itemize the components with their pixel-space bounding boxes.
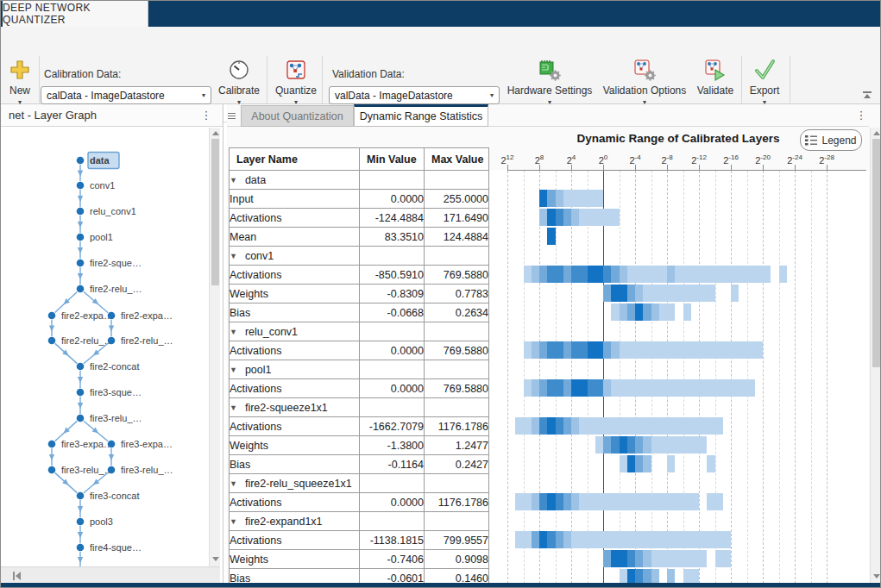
- app-ribbon-tab[interactable]: DEEP NETWORK QUANTIZER: [3, 1, 148, 27]
- graph-node-label: data: [90, 155, 110, 166]
- status-bar: [1, 583, 881, 588]
- table-row[interactable]: Activations-1662.70791176.1786: [230, 417, 489, 436]
- layer-name-cell: Mean: [230, 228, 360, 247]
- table-group-row[interactable]: ▼conv1: [230, 247, 489, 266]
- table-cell: -1662.7079: [360, 417, 425, 436]
- table-row[interactable]: Activations0.00001176.1786: [230, 493, 489, 512]
- legend-button[interactable]: Legend: [800, 129, 862, 151]
- table-row[interactable]: Mean83.3510124.4884: [230, 228, 489, 247]
- new-button[interactable]: New ▾: [3, 58, 37, 106]
- layer-name-cell: Activations: [230, 266, 360, 285]
- select-caret-icon: ▾: [490, 91, 494, 99]
- table-cell: -1.3800: [360, 436, 425, 455]
- table-group-row[interactable]: ▼fire2-expand1x1: [230, 512, 489, 531]
- layer-name-cell: ▼data: [230, 171, 360, 190]
- table-cell: [360, 322, 425, 341]
- layer-graph-panel: net - Layer Graph ⋮ dataconv1relu_conv1p…: [1, 104, 223, 584]
- table-cell: [425, 247, 489, 266]
- table-cell: [425, 474, 489, 493]
- hardware-chip-gear-icon: [538, 58, 562, 82]
- chart-vertical-scrollbar[interactable]: [870, 128, 881, 584]
- table-row[interactable]: Input0.0000255.0000: [230, 190, 489, 209]
- col-header-min-value[interactable]: Min Value: [360, 148, 425, 171]
- group-collapse-icon[interactable]: ▼: [230, 479, 237, 488]
- layer-name-cell: ▼fire2-expand1x1: [230, 512, 360, 531]
- graph-node-label: fire2-relu_…: [90, 284, 142, 294]
- table-group-row[interactable]: ▼data: [230, 171, 489, 190]
- ribbon-toolbar: New ▾ Calibration Data: calData - ImageD…: [1, 27, 881, 104]
- validation-options-gear-icon: [632, 58, 657, 82]
- table-row[interactable]: Activations-124.4884171.6490: [230, 209, 489, 228]
- deep-network-quantizer-window: DEEP NETWORK QUANTIZER New ▾ Calibration…: [0, 0, 881, 588]
- table-cell: [425, 398, 489, 417]
- calibration-data-select[interactable]: calData - ImageDatastore ▾: [41, 86, 211, 104]
- panel-menu-icon[interactable]: ⋮: [200, 109, 212, 121]
- table-group-row[interactable]: ▼pool1: [230, 360, 489, 379]
- document-menu-icon[interactable]: ⋮: [855, 109, 867, 121]
- layer-name-cell: ▼relu_conv1: [230, 322, 360, 341]
- validation-data-label: Validation Data:: [332, 68, 405, 80]
- graph-node-label: fire2-relu_…: [121, 335, 173, 346]
- group-collapse-icon[interactable]: ▼: [230, 252, 237, 260]
- table-group-row[interactable]: ▼relu_conv1: [230, 322, 489, 341]
- layer-name-cell: Weights: [230, 436, 360, 455]
- table-cell: [425, 360, 489, 379]
- table-cell: [360, 247, 425, 266]
- select-caret-icon: ▾: [202, 91, 205, 99]
- document-list-icon[interactable]: [228, 111, 236, 121]
- collapse-ribbon-button[interactable]: [862, 91, 872, 99]
- layer-name-cell: Activations: [230, 209, 360, 228]
- hardware-settings-button[interactable]: Hardware Settings ▾: [507, 58, 593, 106]
- group-collapse-icon[interactable]: ▼: [230, 328, 237, 336]
- table-cell: 769.5880: [425, 266, 489, 285]
- graph-node-label: fire2-sque…: [90, 258, 142, 268]
- col-header-layer-name[interactable]: Layer Name: [230, 148, 360, 171]
- table-cell: [425, 171, 489, 190]
- table-cell: [425, 322, 489, 341]
- table-cell: 0.9098: [425, 550, 489, 569]
- graph-node-label: fire2-concat: [90, 361, 139, 372]
- layer-name-cell: Activations: [230, 379, 360, 398]
- group-collapse-icon[interactable]: ▼: [230, 176, 237, 185]
- graph-node-label: fire2-expa…: [61, 310, 113, 321]
- layer-name-cell: Activations: [230, 417, 360, 436]
- table-group-row[interactable]: ▼fire2-relu_squeeze1x1: [230, 474, 489, 493]
- validate-button[interactable]: Validate: [691, 58, 739, 97]
- table-cell: [360, 171, 425, 190]
- table-row[interactable]: Bias-0.06680.2634: [230, 303, 489, 322]
- layer-name-cell: ▼conv1: [230, 247, 360, 266]
- table-row[interactable]: Activations0.0000769.5880: [230, 341, 489, 360]
- tab-dynamic-range-statistics[interactable]: Dynamic Range Statistics: [354, 104, 488, 127]
- table-cell: 799.9557: [425, 531, 489, 550]
- group-collapse-icon[interactable]: ▼: [230, 403, 237, 412]
- table-cell: 0.0000: [360, 493, 425, 512]
- layer-name-cell: Bias: [230, 455, 360, 474]
- table-cell: 171.6490: [425, 209, 489, 228]
- quantize-button[interactable]: Quantize ▾: [268, 58, 324, 106]
- layer-graph-vertical-scrollbar[interactable]: [209, 128, 220, 566]
- table-row[interactable]: Activations-1138.1815799.9557: [230, 531, 489, 550]
- export-button[interactable]: Export ▾: [741, 58, 788, 106]
- layer-name-cell: ▼fire2-relu_squeeze1x1: [230, 474, 360, 493]
- layer-graph-canvas[interactable]: dataconv1relu_conv1pool1fire2-sque…fire2…: [1, 127, 208, 566]
- table-row[interactable]: Weights-0.74060.9098: [230, 550, 489, 569]
- tab-about-quantization[interactable]: About Quantization: [241, 105, 354, 127]
- table-row[interactable]: Weights-1.38001.2477: [230, 436, 489, 455]
- table-row[interactable]: Bias-0.11640.2427: [230, 455, 489, 474]
- table-cell: 124.4884: [425, 228, 489, 247]
- table-group-row[interactable]: ▼fire2-squeeze1x1: [230, 398, 489, 417]
- skip-to-start-icon[interactable]: [13, 572, 22, 580]
- group-collapse-icon[interactable]: ▼: [230, 366, 237, 374]
- table-row[interactable]: Activations0.0000769.5880: [230, 379, 489, 398]
- layer-name-cell: Weights: [230, 550, 360, 569]
- validation-options-button[interactable]: Validation Options ▾: [600, 58, 689, 106]
- quantize-network-icon: [285, 58, 307, 82]
- table-row[interactable]: Activations-850.5910769.5880: [230, 266, 489, 285]
- table-cell: 0.7783: [425, 285, 489, 303]
- group-collapse-icon[interactable]: ▼: [230, 517, 237, 526]
- validation-data-select[interactable]: valData - ImageDatastore ▾: [329, 86, 500, 104]
- table-row[interactable]: Weights-0.83090.7783: [230, 285, 489, 303]
- layer-graph-horizontal-scrollbar[interactable]: [1, 566, 220, 584]
- calibrate-button[interactable]: Calibrate ▾: [213, 58, 265, 106]
- col-header-max-value[interactable]: Max Value: [425, 148, 489, 171]
